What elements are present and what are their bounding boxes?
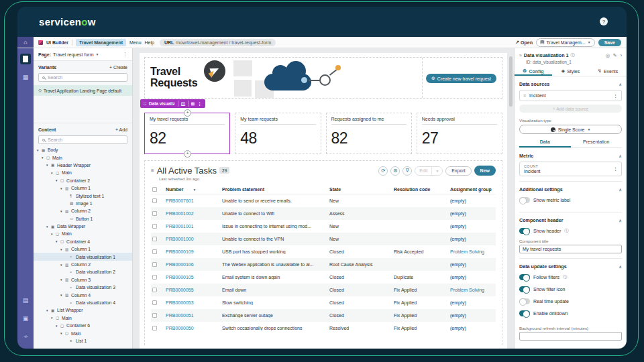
tree-caret-icon[interactable]: ▾	[60, 331, 64, 335]
checkbox[interactable]	[152, 326, 157, 330]
menu-button[interactable]: Menu	[129, 40, 142, 45]
pages-icon[interactable]	[20, 54, 31, 64]
row-checkbox[interactable]	[151, 224, 166, 229]
table-row[interactable]: PRB0007601Unable to send or receive emai…	[151, 194, 496, 207]
tree-item[interactable]: ▾▢Main	[34, 314, 132, 322]
metric-card[interactable]: COUNT Incident ⋮	[519, 162, 622, 176]
table-row[interactable]: PRB0001001Issue in connecting to interne…	[151, 220, 496, 233]
tree-item[interactable]: ≈Data visualization 2	[34, 268, 132, 276]
task-number-link[interactable]: PRB0000053	[166, 300, 222, 305]
show-metric-label-toggle[interactable]	[519, 197, 530, 203]
tree-item[interactable]: ▾▣List Wrapper	[34, 306, 132, 314]
checkbox[interactable]	[152, 198, 157, 203]
column-header[interactable]: Number▼	[166, 187, 222, 192]
tree-item[interactable]: ▾▥Column 1	[34, 184, 132, 192]
visualization-type-select[interactable]: Single Score ▼	[519, 125, 622, 134]
checkbox[interactable]	[152, 187, 157, 192]
variant-item[interactable]: ◇ Travel Application Landing Page defaul…	[34, 85, 132, 96]
tree-caret-icon[interactable]: ▾	[60, 247, 64, 251]
table-row[interactable]: PRB0001002Unable to connect to WifiAsses…	[151, 207, 496, 220]
tree-item[interactable]: ≈Data visualization 1	[34, 253, 132, 260]
tree-caret-icon[interactable]: ▾	[51, 232, 54, 236]
show-filter-icon-toggle[interactable]	[519, 286, 530, 292]
metric-section[interactable]: Metric∧	[519, 148, 622, 162]
collapse-panel-icon[interactable]: ›	[621, 53, 622, 58]
tree-caret-icon[interactable]: ▾	[51, 171, 54, 175]
tree-item[interactable]: ▾▣Header Wrapper	[34, 162, 132, 169]
tab-presentation[interactable]: Presentation	[571, 139, 623, 147]
refresh-button[interactable]: ⟳	[378, 166, 388, 176]
drag-handle-icon[interactable]: ≡	[523, 93, 526, 98]
column-header[interactable]: State	[329, 187, 394, 192]
tree-item[interactable]: ▾▥Column 4	[34, 291, 132, 298]
create-variant-button[interactable]: + Create	[109, 65, 127, 70]
tree-item[interactable]: ▾▥Column 3	[34, 276, 132, 284]
more-options-icon[interactable]: ⋮	[613, 93, 618, 99]
info-icon[interactable]: ⓘ	[564, 228, 568, 234]
row-checkbox[interactable]	[151, 198, 166, 203]
eye-icon[interactable]: ◎	[606, 53, 610, 58]
tree-caret-icon[interactable]: ▾	[46, 308, 50, 312]
help-menu-button[interactable]: Help	[145, 40, 154, 45]
experience-tab[interactable]: Travel Management	[76, 39, 126, 46]
add-component-button[interactable]: + Add	[115, 127, 127, 132]
export-button[interactable]: Export	[445, 166, 471, 176]
create-travel-request-button[interactable]: ⊕ Create new travel request	[426, 74, 496, 83]
refresh-interval-input[interactable]	[519, 332, 622, 341]
assignment-group-cell[interactable]: Problem Solving	[450, 249, 496, 254]
tree-item[interactable]: ▾▣Data Wrapper	[34, 223, 132, 230]
table-row[interactable]: PRB0000053Slow switchingClosedFix Applie…	[151, 296, 496, 309]
column-header[interactable]: Resolution code	[394, 187, 450, 192]
data-icon[interactable]: ▤	[20, 295, 31, 306]
tab-styles[interactable]: ◈Styles	[552, 66, 590, 76]
tree-caret-icon[interactable]: ▾	[51, 316, 54, 320]
tree-item[interactable]: ▾▢Container 6	[34, 322, 132, 329]
checkbox[interactable]	[152, 211, 157, 216]
tree-item[interactable]: ▾▥Column 2	[34, 261, 132, 268]
tree-caret-icon[interactable]: ▾	[60, 278, 64, 282]
assignment-group-cell[interactable]: Problem Solving	[450, 288, 496, 292]
table-row[interactable]: PRB0000055Email downClosedFix AppliedPro…	[151, 284, 496, 296]
row-checkbox[interactable]	[151, 313, 166, 318]
tree-caret-icon[interactable]: ▾	[46, 163, 50, 167]
tree-item[interactable]: ▭Button 1	[34, 215, 132, 223]
checkbox[interactable]	[152, 300, 157, 305]
checkbox[interactable]	[152, 288, 157, 292]
checkbox[interactable]	[152, 224, 157, 229]
row-checkbox[interactable]	[151, 288, 166, 292]
content-search-input[interactable]: Search	[38, 135, 127, 144]
tab-data[interactable]: Data	[519, 139, 571, 147]
tree-caret-icon[interactable]: ▾	[46, 225, 50, 229]
tree-caret-icon[interactable]: ▾	[56, 324, 59, 328]
tree-caret-icon[interactable]: ▾	[60, 186, 64, 190]
task-number-link[interactable]: PRB0000050	[166, 326, 222, 330]
component-title-input[interactable]: My travel requests	[519, 245, 622, 253]
task-number-link[interactable]: PRB0000105	[166, 275, 222, 280]
tree-caret-icon[interactable]: ▾	[56, 178, 59, 182]
score-card[interactable]: My travel requests82	[144, 113, 230, 154]
tree-item[interactable]: ≡List 1	[34, 337, 132, 345]
info-icon[interactable]: ⓘ	[563, 274, 567, 280]
checkbox[interactable]	[152, 262, 157, 267]
sort-caret-icon[interactable]: ▼	[193, 188, 196, 192]
info-icon[interactable]: ⓘ	[571, 52, 575, 58]
tree-item[interactable]: ▾▦Body	[34, 146, 132, 154]
drag-handle-icon[interactable]: ∷	[144, 101, 146, 107]
table-row[interactable]: PRB0000050Switch occasionally drops conn…	[151, 322, 496, 335]
variants-search-input[interactable]: Search	[38, 73, 127, 82]
task-number-link[interactable]: PRB0000055	[166, 288, 222, 292]
tree-caret-icon[interactable]: ▾	[60, 293, 64, 297]
table-row[interactable]: PRB0000109USB port has stopped workingCl…	[151, 245, 496, 258]
checkbox[interactable]	[152, 275, 157, 280]
tree-item[interactable]: ▾▢Main	[34, 169, 132, 176]
data-source-card[interactable]: ≡ Incident ⋮	[519, 90, 622, 101]
task-number-link[interactable]: PRB0007601	[166, 198, 222, 203]
task-number-link[interactable]: PRB0000109	[166, 249, 222, 254]
filter-button[interactable]: ∇	[402, 166, 412, 176]
row-checkbox[interactable]	[151, 275, 166, 280]
more-options-icon[interactable]: ⋮	[197, 101, 201, 107]
show-header-toggle[interactable]	[519, 228, 530, 234]
task-number-link[interactable]: PRB0001001	[166, 224, 222, 229]
tree-item[interactable]: ≈Data visualization 4	[34, 299, 132, 306]
settings-button[interactable]: ⚙	[390, 166, 400, 176]
